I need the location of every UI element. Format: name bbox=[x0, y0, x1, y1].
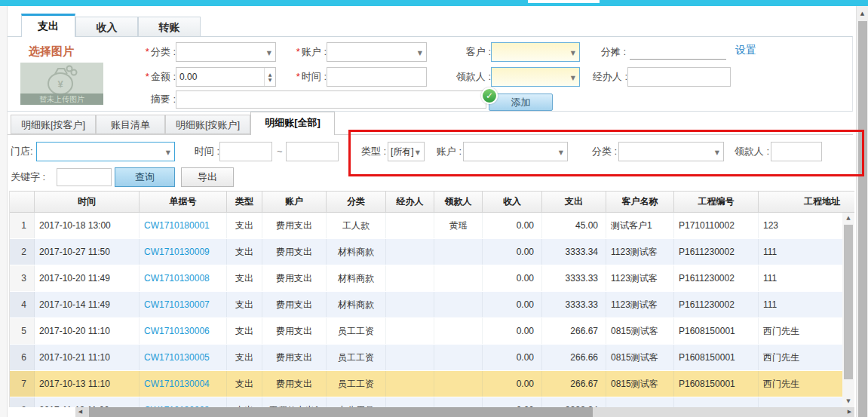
cell-doc-no[interactable]: CW1710130008 bbox=[140, 265, 227, 291]
cell-type: 支出 bbox=[227, 265, 262, 291]
cell-income: 0.00 bbox=[483, 345, 542, 370]
cell-project-address: 西门先生 bbox=[759, 345, 843, 370]
add-button[interactable]: 添加 bbox=[489, 94, 553, 111]
horizontal-scrollbar[interactable]: ◀ ▶ bbox=[75, 407, 854, 417]
column-header[interactable]: 工程编号 bbox=[674, 192, 759, 212]
cell-type: 支出 bbox=[227, 213, 262, 238]
image-placeholder[interactable]: ¥ 暂未上传图片 bbox=[20, 63, 103, 105]
table-row[interactable]: 82017-11-13 11:00CW1710130003支出工程款支出1办公用… bbox=[10, 397, 854, 407]
table-row[interactable]: 42017-10-14 11:49CW1710130007支出费用支出材料商款0… bbox=[10, 292, 854, 318]
column-header[interactable]: 工程地址 bbox=[759, 192, 843, 212]
table-row[interactable]: 12017-10-18 13:00CW1710180001支出费用支出工人款黄瑶… bbox=[10, 213, 854, 239]
cell-payee bbox=[434, 371, 483, 397]
tab-income[interactable]: 收入 bbox=[75, 17, 138, 37]
scroll-right-icon[interactable]: ▶ bbox=[845, 407, 854, 417]
cell-time: 2017-10-14 11:49 bbox=[35, 292, 140, 317]
time-to-input[interactable] bbox=[286, 142, 339, 161]
column-header[interactable]: 分类 bbox=[327, 192, 386, 212]
agent-input[interactable] bbox=[627, 67, 731, 87]
tab-detail-by-account[interactable]: 明细账[按账户] bbox=[165, 115, 250, 134]
row-number: 7 bbox=[10, 371, 35, 397]
amount-input[interactable] bbox=[176, 68, 264, 86]
scrollbar-thumb[interactable] bbox=[858, 21, 867, 417]
cell-account: 工程款支出1 bbox=[262, 397, 327, 407]
cell-doc-no[interactable]: CW1710130005 bbox=[140, 345, 227, 370]
cell-customer: 1123测试客 bbox=[606, 265, 674, 291]
column-header[interactable]: 时间 bbox=[35, 192, 140, 212]
keyword-input[interactable] bbox=[57, 168, 112, 186]
store-select[interactable]: ▼ bbox=[36, 142, 175, 161]
scroll-up-icon[interactable]: ▲ bbox=[857, 8, 868, 19]
column-header[interactable]: 类型 bbox=[227, 192, 262, 212]
chevron-down-icon: ▼ bbox=[559, 149, 563, 156]
column-header[interactable]: 收入 bbox=[483, 192, 542, 212]
cell-time: 2017-10-21 11:10 bbox=[35, 345, 140, 370]
scroll-up-icon[interactable]: ▲ bbox=[842, 213, 854, 224]
cell-doc-no[interactable]: CW1710130006 bbox=[140, 318, 227, 344]
cell-doc-no[interactable]: CW1710130009 bbox=[140, 239, 227, 265]
cell-income: 0.00 bbox=[483, 265, 542, 291]
cell-doc-no[interactable]: CW1710130007 bbox=[140, 292, 227, 317]
column-header[interactable]: 单据号 bbox=[140, 192, 227, 212]
cell-agent bbox=[386, 265, 434, 291]
split-field[interactable] bbox=[630, 46, 726, 60]
column-header[interactable]: 客户名称 bbox=[606, 192, 674, 212]
column-header-rownum[interactable] bbox=[10, 192, 35, 212]
category-select[interactable]: ▼ bbox=[176, 42, 276, 62]
tab-transfer[interactable]: 转账 bbox=[138, 17, 201, 37]
column-header[interactable]: 经办人 bbox=[386, 192, 434, 212]
cell-customer: 0815测试客 bbox=[606, 371, 674, 397]
cell-expense: 266.66 bbox=[542, 345, 606, 370]
tab-expense[interactable]: 支出 bbox=[21, 14, 75, 37]
table-vertical-scrollbar[interactable]: ▲ ▼ bbox=[842, 213, 854, 407]
customer-select[interactable]: ▼ bbox=[491, 42, 580, 62]
tab-detail-all[interactable]: 明细账[全部] bbox=[250, 112, 335, 135]
cell-time: 2017-11-13 11:00 bbox=[35, 397, 140, 407]
scrollbar-thumb[interactable] bbox=[844, 225, 853, 379]
scroll-down-icon[interactable]: ▼ bbox=[842, 396, 854, 407]
table-row[interactable]: 62017-10-21 11:10CW1710130005支出费用支出员工工资0… bbox=[10, 345, 854, 371]
filter-account-select[interactable]: ▼ bbox=[463, 142, 568, 161]
page-scrollbar[interactable]: ▲ bbox=[856, 6, 868, 417]
cell-category: 员工工资 bbox=[327, 345, 386, 370]
agent-label: 经办人 : bbox=[583, 67, 627, 87]
export-button[interactable]: 导出 bbox=[181, 167, 234, 187]
time-from-input[interactable] bbox=[219, 142, 272, 161]
cell-expense: 3333.33 bbox=[542, 265, 606, 291]
table-row[interactable]: 52017-10-20 11:10CW1710130006支出费用支出员工工资0… bbox=[10, 318, 854, 345]
cell-category: 办公用品 bbox=[327, 397, 386, 407]
cell-category: 员工工资 bbox=[327, 318, 386, 344]
table-row[interactable]: 72017-10-13 11:10CW1710130004支出费用支出员工工资0… bbox=[10, 371, 854, 397]
query-button[interactable]: 查询 bbox=[115, 167, 175, 187]
table-row[interactable]: 22017-10-27 11:50CW1710130009支出费用支出材料商款0… bbox=[10, 239, 854, 265]
scrollbar-thumb[interactable] bbox=[89, 407, 593, 417]
account-select[interactable]: ▼ bbox=[327, 42, 427, 62]
tab-detail-by-customer[interactable]: 明细账[按客户] bbox=[11, 115, 96, 134]
choose-image-link[interactable]: 选择图片 bbox=[29, 44, 74, 59]
filter-category-select[interactable]: ▼ bbox=[618, 142, 724, 161]
summary-input[interactable] bbox=[176, 90, 486, 109]
cell-doc-no[interactable]: CW1710130004 bbox=[140, 371, 227, 397]
topbar-notch bbox=[528, 0, 600, 3]
tab-account-list[interactable]: 账目清单 bbox=[96, 115, 165, 134]
cell-project-no: P1710110002 bbox=[674, 213, 759, 238]
column-header[interactable]: 支出 bbox=[542, 192, 606, 212]
cell-project-address bbox=[759, 397, 843, 407]
main-content: 支出 收入 转账 选择图片 ¥ 暂未上传图片 *分类 : ▼ *账户 : ▼ 客… bbox=[8, 6, 856, 417]
column-header[interactable]: 领款人 bbox=[434, 192, 483, 212]
cell-time: 2017-10-20 11:49 bbox=[35, 265, 140, 291]
time-input[interactable] bbox=[327, 67, 427, 87]
filter-payee-input[interactable] bbox=[771, 142, 822, 161]
cell-doc-no[interactable]: CW1710180001 bbox=[140, 213, 227, 238]
table-row[interactable]: 32017-10-20 11:49CW1710130008支出费用支出材料商款0… bbox=[10, 265, 854, 292]
payee-select[interactable]: ▼ bbox=[491, 67, 580, 87]
scroll-left-icon[interactable]: ◀ bbox=[75, 407, 85, 417]
table-body: 12017-10-18 13:00CW1710180001支出费用支出工人款黄瑶… bbox=[10, 213, 854, 407]
account-label: *账户 : bbox=[268, 42, 327, 62]
cell-doc-no[interactable]: CW1710130003 bbox=[140, 397, 227, 407]
cell-type: 支出 bbox=[227, 345, 262, 370]
type-select[interactable]: [所有]▼ bbox=[388, 142, 425, 161]
left-edge-strip bbox=[0, 6, 8, 417]
column-header[interactable]: 账户 bbox=[262, 192, 327, 212]
settings-link[interactable]: 设置 bbox=[735, 44, 756, 57]
